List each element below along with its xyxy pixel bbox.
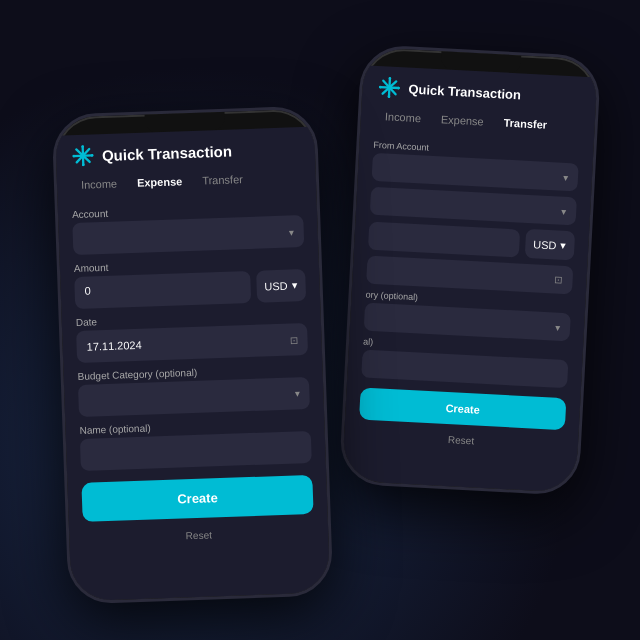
amount-row: 0 USD ▾: [74, 269, 306, 309]
amount-field: Amount 0 USD ▾: [74, 255, 306, 309]
create-button-back[interactable]: Create: [359, 387, 566, 430]
amount-input[interactable]: 0: [74, 271, 251, 309]
scene: Quick Transaction Income Expense Transfe…: [20, 20, 620, 620]
chevron-curr-front: ▾: [291, 279, 297, 292]
account-field: Account ▾: [72, 201, 304, 255]
snowflake-icon-front: [72, 144, 95, 167]
date-value: 17.11.2024: [86, 339, 141, 353]
reset-link-front[interactable]: Reset: [83, 526, 315, 553]
amount-field-back: USD ▾: [368, 221, 575, 261]
tab-income-front[interactable]: Income: [73, 173, 126, 195]
screen-front: Quick Transaction Income Expense Transfe…: [55, 127, 330, 602]
app-title-back: Quick Transaction: [408, 81, 521, 102]
to-account-field: ▾: [370, 187, 577, 226]
amount-input-back[interactable]: [368, 221, 520, 257]
date-field: Date 17.11.2024 ⊡: [76, 309, 308, 363]
tab-income-back[interactable]: Income: [376, 106, 429, 129]
chevron-currency: ▾: [560, 239, 567, 252]
screen-back: Quick Transaction Income Expense Transfe…: [342, 65, 597, 493]
form-front: Account ▾ Amount 0 USD ▾: [58, 195, 331, 602]
budget-input[interactable]: ▾: [78, 377, 310, 417]
chevron-budget: ▾: [294, 388, 299, 399]
calendar-icon-front: ⊡: [289, 334, 297, 345]
chevron-icon-2: ▾: [561, 205, 567, 216]
chevron-icon: ▾: [563, 171, 569, 182]
phone-back: Quick Transaction Income Expense Transfe…: [339, 44, 602, 496]
category-field-back: ory (optional) ▾: [364, 290, 572, 342]
name-input[interactable]: [80, 431, 312, 471]
phone-front: Quick Transaction Income Expense Transfe…: [52, 106, 334, 605]
form-back: From Account ▾ ▾ USD ▾: [342, 133, 594, 493]
name-field: Name (optional): [79, 417, 311, 471]
chevron-account: ▾: [289, 226, 294, 237]
tab-expense-front[interactable]: Expense: [129, 171, 191, 193]
date-field-back[interactable]: ⊡: [366, 256, 573, 295]
reset-link-back[interactable]: Reset: [358, 429, 565, 459]
name-field-back: al): [361, 337, 569, 389]
currency-back[interactable]: USD ▾: [524, 229, 575, 261]
from-account-field: From Account ▾: [372, 140, 580, 192]
tab-transfer-front[interactable]: Transfer: [194, 169, 251, 191]
app-title-front: Quick Transaction: [102, 142, 233, 164]
create-button-front[interactable]: Create: [81, 475, 313, 522]
to-account-input[interactable]: ▾: [370, 187, 577, 226]
tab-transfer-back[interactable]: Transfer: [495, 112, 555, 135]
currency-front[interactable]: USD ▾: [256, 269, 306, 303]
snowflake-icon-back: [378, 76, 401, 99]
calendar-icon-back: ⊡: [554, 274, 563, 285]
chevron-cat: ▾: [555, 321, 561, 332]
date-input[interactable]: 17.11.2024 ⊡: [76, 323, 308, 363]
tab-expense-back[interactable]: Expense: [432, 109, 492, 132]
budget-field: Budget Category (optional) ▾: [77, 363, 309, 417]
account-input[interactable]: ▾: [72, 215, 304, 255]
